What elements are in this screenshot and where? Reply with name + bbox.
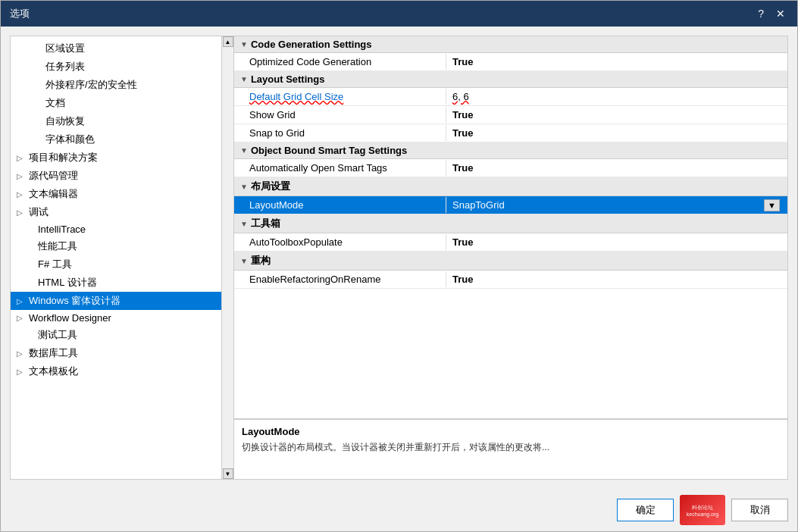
dialog-body: 区域设置任务列表外接程序/宏的安全性文档自动恢复字体和颜色▷项目和解决方案▷源代… [1,27,797,489]
tree-item-text-template[interactable]: ▷文本模板化 [11,362,221,380]
desc-title: LayoutMode [242,426,780,437]
tree-arrow-icon: ▷ [17,190,26,199]
section-header-layout-cn[interactable]: ▼布局设置 [234,177,787,196]
tree-item-docs[interactable]: 文档 [11,94,221,112]
prop-row[interactable]: Automatically Open Smart TagsTrue [234,159,787,177]
prop-name: LayoutMode [234,197,446,213]
tree-arrow-icon: ▷ [17,172,26,180]
tree-arrow-icon: ▷ [17,314,26,322]
tree-item-project-solution[interactable]: ▷项目和解决方案 [11,149,221,167]
tree-item-label: Windows 窗体设计器 [29,294,120,308]
section-collapse-icon: ▼ [240,75,248,83]
prop-value-text: True [452,56,473,67]
section-collapse-icon: ▼ [240,257,248,265]
title-controls: ? ✕ [755,8,788,20]
left-panel-wrapper: 区域设置任务列表外接程序/宏的安全性文档自动恢复字体和颜色▷项目和解决方案▷源代… [10,36,226,480]
section-title: Code Generation Settings [251,39,372,50]
tree-item-perf-tools[interactable]: 性能工具 [11,237,221,255]
tree-item-label: 测试工具 [38,328,77,342]
section-collapse-icon: ▼ [240,183,248,191]
tree-item-label: IntelliTrace [38,224,86,235]
cancel-button[interactable]: 取消 [731,499,788,521]
section-collapse-icon: ▼ [240,220,248,228]
tree-item-label: 数据库工具 [29,346,78,360]
prop-name: Show Grid [234,107,446,123]
tree-item-html-designer[interactable]: HTML 设计器 [11,274,221,292]
tree-item-tasks[interactable]: 任务列表 [11,58,221,76]
prop-name: Snap to Grid [234,125,446,141]
description-panel: LayoutMode 切换设计器的布局模式。当设计器被关闭并重新打开后，对该属性… [234,418,787,479]
dialog-footer: 确定 科创论坛kechuang.org 取消 [1,489,797,531]
tree-item-label: 外接程序/宏的安全性 [45,78,137,92]
tree-item-debug[interactable]: ▷调试 [11,203,221,221]
tree-item-windows-designer[interactable]: ▷Windows 窗体设计器 [11,292,221,310]
help-button[interactable]: ? [755,8,767,20]
left-scroll: ▲ ▼ [222,36,234,480]
options-dialog: 选项 ? ✕ 区域设置任务列表外接程序/宏的安全性文档自动恢复字体和颜色▷项目和… [0,0,798,532]
tree-item-label: Workflow Designer [29,312,111,324]
prop-value-text: 6, 6 [452,91,469,102]
section-title: 布局设置 [251,180,290,193]
tree-item-label: 文本模板化 [29,365,78,378]
tree-item-intellitrace[interactable]: IntelliTrace [11,221,221,237]
properties-area: ▼Code Generation SettingsOptimized Code … [234,36,787,418]
tree-item-label: 性能工具 [38,239,77,253]
section-title: Object Bound Smart Tag Settings [251,145,407,156]
ok-button[interactable]: 确定 [617,499,674,521]
tree-item-text-editor[interactable]: ▷文本编辑器 [11,185,221,203]
section-title: 重构 [251,254,271,268]
prop-row[interactable]: Optimized Code GenerationTrue [234,53,787,71]
close-button[interactable]: ✕ [773,8,788,20]
scroll-down-button[interactable]: ▼ [223,468,233,479]
tree-item-label: F# 工具 [38,258,72,271]
prop-value: 6, 6 [446,89,787,105]
prop-value-text: True [452,162,473,174]
prop-name: Optimized Code Generation [234,54,446,70]
scroll-up-button[interactable]: ▲ [223,36,233,47]
tree-item-auto-recover[interactable]: 自动恢复 [11,112,221,130]
prop-row[interactable]: Snap to GridTrue [234,124,787,142]
tree-arrow-icon: ▷ [17,297,26,305]
prop-name: Default Grid Cell Size [234,89,446,105]
tree-item-label: 调试 [29,205,49,219]
tree-item-source-control[interactable]: ▷源代码管理 [11,167,221,185]
section-header-layout[interactable]: ▼Layout Settings [234,71,787,88]
tree-item-label: 区域设置 [45,42,85,55]
prop-value: SnapToGrid▼ [446,197,787,214]
prop-name: Automatically Open Smart Tags [234,160,446,176]
section-header-smart-tag[interactable]: ▼Object Bound Smart Tag Settings [234,142,787,159]
section-header-code-gen[interactable]: ▼Code Generation Settings [234,36,787,53]
tree-arrow-icon: ▷ [17,208,26,217]
tree-arrow-icon: ▷ [17,349,26,358]
section-header-refactor[interactable]: ▼重构 [234,252,787,271]
tree-item-label: 文档 [45,96,65,110]
tree-item-workflow-designer[interactable]: ▷Workflow Designer [11,310,221,326]
tree-item-regional[interactable]: 区域设置 [11,39,221,58]
prop-value: True [446,54,787,70]
tree-item-label: 任务列表 [45,60,85,74]
tree-list: 区域设置任务列表外接程序/宏的安全性文档自动恢复字体和颜色▷项目和解决方案▷源代… [11,36,221,479]
section-title: Layout Settings [251,74,325,85]
tree-item-fsharp-tools[interactable]: F# 工具 [11,255,221,274]
tree-item-external-security[interactable]: 外接程序/宏的安全性 [11,76,221,94]
prop-value: True [446,107,787,123]
prop-row[interactable]: Default Grid Cell Size6, 6 [234,88,787,106]
tree-item-fonts-colors[interactable]: 字体和颜色 [11,130,221,149]
prop-row[interactable]: LayoutModeSnapToGrid▼ [234,196,787,214]
dropdown-button[interactable]: ▼ [764,199,780,211]
prop-value: True [446,234,787,250]
tree-item-label: 源代码管理 [29,169,78,183]
prop-row[interactable]: AutoToolboxPopulateTrue [234,233,787,252]
prop-value: True [446,125,787,141]
tree-item-test-tools[interactable]: 测试工具 [11,326,221,344]
prop-value: True [446,160,787,176]
prop-value: True [446,271,787,287]
tree-item-db-tools[interactable]: ▷数据库工具 [11,344,221,362]
section-header-toolbox[interactable]: ▼工具箱 [234,214,787,233]
prop-row[interactable]: EnableRefactoringOnRenameTrue [234,271,787,289]
section-collapse-icon: ▼ [240,146,248,155]
prop-value-text: SnapToGrid [452,199,505,211]
section-title: 工具箱 [251,217,280,230]
prop-row[interactable]: Show GridTrue [234,106,787,124]
scroll-track [222,47,233,468]
